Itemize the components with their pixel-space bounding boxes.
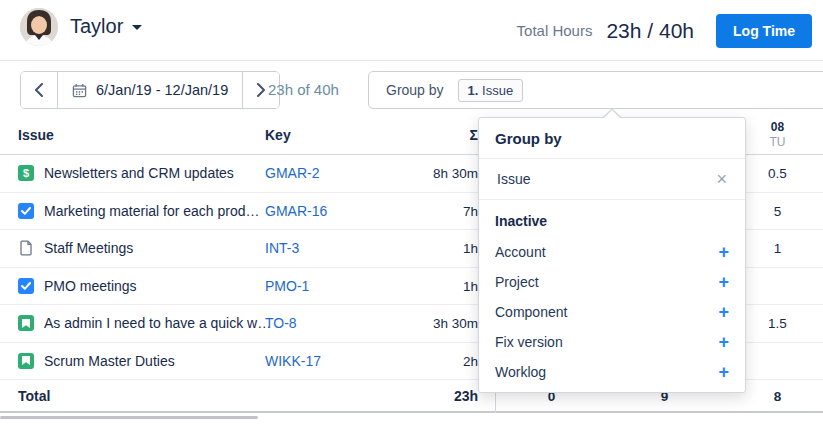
popup-item-fix-version[interactable]: Fix version + xyxy=(479,327,745,357)
previous-week-button[interactable] xyxy=(21,72,58,108)
popup-item-label: Project xyxy=(495,274,539,290)
add-icon[interactable]: + xyxy=(718,273,729,291)
group-by-chip-value: Issue xyxy=(482,83,513,98)
date-range-label: 6/Jan/19 - 12/Jan/19 xyxy=(96,82,228,98)
popup-item-label: Component xyxy=(495,304,567,320)
issue-summary: PMO meetings xyxy=(44,278,137,294)
document-icon xyxy=(18,240,34,256)
logged-hours-summary: 23h of 40h xyxy=(268,71,339,109)
popup-search-row: × xyxy=(479,159,745,200)
group-by-chip-order: 1. xyxy=(468,83,479,98)
popup-item-project[interactable]: Project + xyxy=(479,267,745,297)
issue-summary: Staff Meetings xyxy=(44,240,133,256)
add-icon[interactable]: + xyxy=(718,363,729,381)
story-icon xyxy=(18,315,34,331)
issue-key-link[interactable]: PMO-1 xyxy=(265,278,309,294)
issue-key-link[interactable]: TO-8 xyxy=(265,315,297,331)
chevron-right-icon xyxy=(257,83,265,97)
group-by-search-input[interactable] xyxy=(497,171,712,187)
timesheet-page: Taylor Total Hours 23h / 40h Log Time 6/… xyxy=(0,0,823,436)
task-icon xyxy=(18,203,34,219)
group-by-chip[interactable]: 1. Issue xyxy=(458,79,524,102)
popup-item-worklog[interactable]: Worklog + xyxy=(479,357,745,387)
group-by-label: Group by xyxy=(386,82,444,98)
clear-search-icon[interactable]: × xyxy=(712,168,731,190)
issue-summary: Newsletters and CRM updates xyxy=(44,165,234,181)
row-sum: 1h xyxy=(463,279,478,294)
chevron-left-icon xyxy=(35,83,43,97)
issue-key-link[interactable]: WIKK-17 xyxy=(265,353,321,369)
dollar-icon: $ xyxy=(18,165,34,181)
row-sum: 3h 30m xyxy=(433,316,478,331)
issue-key-link[interactable]: GMAR-2 xyxy=(265,165,319,181)
chevron-down-icon xyxy=(132,25,142,30)
popup-title: Group by xyxy=(479,118,745,159)
total-sum: 23h xyxy=(454,388,478,404)
column-header-key: Key xyxy=(265,127,291,143)
row-sum: 8h 30m xyxy=(433,166,478,181)
date-navigator: 6/Jan/19 - 12/Jan/19 xyxy=(20,71,280,109)
total-hours-label: Total Hours xyxy=(517,22,593,39)
issue-key-link[interactable]: GMAR-16 xyxy=(265,203,327,219)
user-name-label: Taylor xyxy=(70,15,123,37)
user-avatar[interactable] xyxy=(20,8,58,46)
popup-item-label: Account xyxy=(495,244,546,260)
top-header: Taylor Total Hours 23h / 40h Log Time xyxy=(0,0,823,61)
popup-item-account[interactable]: Account + xyxy=(479,237,745,267)
group-by-bar: Group by 1. Issue xyxy=(368,71,823,109)
add-icon[interactable]: + xyxy=(718,303,729,321)
issue-key-link[interactable]: INT-3 xyxy=(265,240,299,256)
add-icon[interactable]: + xyxy=(718,243,729,261)
popup-section-label: Inactive xyxy=(479,200,745,237)
column-header-issue: Issue xyxy=(18,127,54,143)
issue-summary: Scrum Master Duties xyxy=(44,353,175,369)
calendar-icon xyxy=(72,83,87,98)
task-icon xyxy=(18,278,34,294)
total-hours-value: 23h / 40h xyxy=(606,19,694,43)
user-menu[interactable]: Taylor xyxy=(70,15,142,38)
column-header-sum: Σ xyxy=(470,127,478,143)
row-sum: 2h xyxy=(463,354,478,369)
popup-item-label: Fix version xyxy=(495,334,563,350)
story-icon xyxy=(18,353,34,369)
horizontal-scrollbar-thumb[interactable] xyxy=(0,416,258,419)
row-sum: 1h xyxy=(463,241,478,256)
group-by-popup: Group by × Inactive Account + Project + … xyxy=(478,117,746,393)
popup-item-component[interactable]: Component + xyxy=(479,297,745,327)
date-range-button[interactable]: 6/Jan/19 - 12/Jan/19 xyxy=(58,72,242,108)
issue-summary: Marketing material for each prod… xyxy=(44,203,260,219)
total-label: Total xyxy=(18,388,50,404)
add-icon[interactable]: + xyxy=(718,333,729,351)
avatar-image xyxy=(20,8,58,46)
issue-summary: As admin I need to have a quick w… xyxy=(44,315,271,331)
popup-item-label: Worklog xyxy=(495,364,546,380)
row-sum: 7h xyxy=(463,204,478,219)
log-time-button[interactable]: Log Time xyxy=(716,14,812,48)
